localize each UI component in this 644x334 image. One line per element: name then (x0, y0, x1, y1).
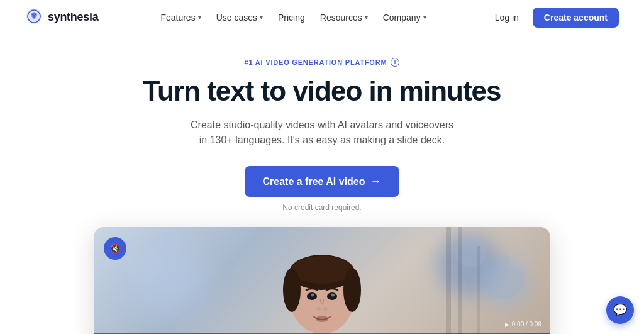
nav-item-use-cases[interactable]: Use cases ▾ (210, 9, 269, 26)
nav-links: Features ▾ Use cases ▾ Pricing Resources… (154, 9, 432, 26)
nav-item-company[interactable]: Company ▾ (377, 9, 433, 26)
nav-item-resources[interactable]: Resources ▾ (314, 9, 374, 26)
video-timer: ▶ 0:00 / 0:09 (505, 321, 541, 328)
nav-actions: Log in Create account (489, 8, 619, 28)
chevron-down-icon: ▾ (260, 14, 263, 21)
hero-badge: #1 AI VIDEO GENERATION PLATFORM i (245, 58, 400, 67)
chat-bubble-button[interactable]: 💬 (606, 296, 634, 324)
svg-rect-21 (458, 227, 462, 334)
mute-button[interactable]: 🔇 (104, 237, 126, 260)
svg-point-16 (157, 277, 182, 303)
hero-subtitle: Create studio-quality videos with AI ava… (190, 118, 454, 149)
mute-icon: 🔇 (110, 243, 121, 253)
chevron-down-icon: ▾ (423, 14, 426, 21)
no-credit-card-text: No credit card required. (282, 203, 361, 212)
arrow-icon: → (370, 175, 382, 188)
play-icon: ▶ (505, 321, 509, 328)
navigation: synthesia Features ▾ Use cases ▾ Pricing… (0, 0, 644, 35)
logo-text: synthesia (48, 11, 98, 24)
background-scene (94, 227, 550, 334)
svg-rect-20 (446, 227, 451, 334)
nav-item-features[interactable]: Features ▾ (154, 9, 207, 26)
logo[interactable]: synthesia (25, 8, 98, 28)
chat-icon: 💬 (613, 303, 627, 317)
create-account-button[interactable]: Create account (533, 8, 619, 28)
svg-point-15 (125, 246, 163, 284)
nav-item-pricing[interactable]: Pricing (272, 9, 311, 26)
video-preview[interactable]: 🔇 ▶ 0:00 / 0:09 CC ⊡ Hey, I'm over 160 A… (94, 227, 550, 334)
svg-rect-22 (477, 246, 480, 334)
info-icon: i (391, 58, 399, 67)
svg-point-19 (509, 246, 534, 271)
login-button[interactable]: Log in (489, 9, 525, 26)
cta-button[interactable]: Create a free AI video → (245, 166, 399, 197)
chevron-down-icon: ▾ (365, 14, 368, 21)
chevron-down-icon: ▾ (198, 14, 201, 21)
svg-point-0 (32, 14, 36, 18)
hero-section: #1 AI VIDEO GENERATION PLATFORM i Turn t… (0, 35, 644, 227)
hero-title: Turn text to video in minutes (143, 75, 501, 108)
logo-icon (25, 8, 43, 28)
